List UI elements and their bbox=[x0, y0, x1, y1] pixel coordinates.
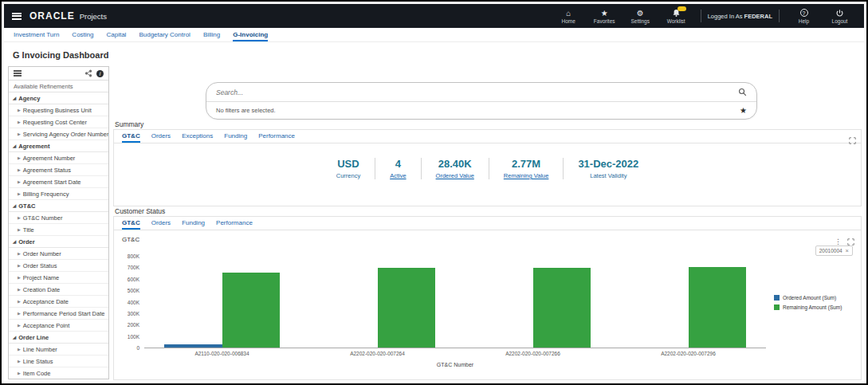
sidebar-item-acceptance-point[interactable]: ▶Acceptance Point bbox=[9, 320, 108, 332]
x-category-label: A2202-020-020-007264 bbox=[300, 351, 455, 356]
summary-tab-exceptions[interactable]: Exceptions bbox=[182, 132, 213, 143]
search-input[interactable] bbox=[216, 88, 738, 96]
group-expanded-icon: ◢ bbox=[13, 239, 16, 244]
kebab-menu-icon[interactable]: ⋮ bbox=[835, 238, 842, 246]
logout-button[interactable]: Logout bbox=[822, 8, 858, 24]
customer-tab-orders[interactable]: Orders bbox=[151, 219, 171, 230]
metric-label: Latest Validity bbox=[578, 172, 638, 179]
nav-tab-g-invoicing[interactable]: G-Invoicing bbox=[233, 31, 268, 41]
metric-label-link[interactable]: Active bbox=[390, 172, 406, 179]
bar-remaining-amount[interactable] bbox=[378, 268, 435, 348]
summary-tab-gtc[interactable]: GT&C bbox=[122, 132, 140, 143]
share-icon[interactable] bbox=[84, 66, 92, 81]
sidebar-item-acceptance-date[interactable]: ▶Acceptance Date bbox=[9, 296, 108, 308]
sidebar-item-line-number[interactable]: ▶Line Number bbox=[9, 344, 108, 356]
metric-label-link[interactable]: Remaining Value bbox=[504, 172, 549, 179]
help-button[interactable]: ? Help bbox=[786, 8, 822, 24]
header-divider bbox=[779, 10, 780, 22]
chevron-right-icon: ▶ bbox=[18, 108, 21, 112]
settings-button[interactable]: ⚙ Settings bbox=[623, 8, 658, 24]
filter-chip-label: 20010004 bbox=[819, 248, 842, 253]
summary-tab-funding[interactable]: Funding bbox=[224, 132, 247, 143]
sidebar-item-agreement-start-date[interactable]: ▶Agreement Start Date bbox=[9, 176, 108, 188]
sidebar-item-billing-frequency[interactable]: ▶Billing Frequency bbox=[9, 188, 108, 200]
sidebar-item-project-name[interactable]: ▶Project Name bbox=[9, 272, 108, 284]
y-tick-label: 200K bbox=[120, 322, 139, 328]
customer-status-panel: GT&C Orders Funding Performance GT&C ⋮ 2… bbox=[113, 216, 862, 380]
bar-remaining-amount[interactable] bbox=[533, 268, 591, 348]
summary-tab-performance[interactable]: Performance bbox=[258, 132, 295, 143]
header-actions: ⌂ Home ★ Favorites ⚙ Settings Worklist L… bbox=[551, 8, 864, 24]
metric-label: Currency bbox=[336, 172, 360, 179]
sidebar-item-order-number[interactable]: ▶Order Number bbox=[9, 248, 108, 260]
nav-tab-capital[interactable]: Capital bbox=[106, 31, 126, 41]
summary-tab-orders[interactable]: Orders bbox=[151, 132, 171, 143]
sidebar-item-performance-period-start-date[interactable]: ▶Performance Period Start Date bbox=[9, 308, 108, 320]
logged-in-label: Logged In As FEDERAL bbox=[708, 13, 772, 20]
close-icon[interactable]: × bbox=[846, 247, 849, 254]
x-axis-title: GT&C Number bbox=[144, 362, 766, 367]
nav-tab-billing[interactable]: Billing bbox=[203, 31, 220, 41]
nav-tab-investment-turn[interactable]: Investment Turn bbox=[14, 31, 59, 41]
chevron-right-icon: ▶ bbox=[18, 299, 21, 304]
sidebar-item-gtc-number[interactable]: ▶GT&C Number bbox=[9, 212, 108, 224]
search-widget: No filters are selected. ★ bbox=[206, 82, 757, 120]
filter-chip[interactable]: 20010004 × bbox=[815, 246, 853, 256]
worklist-button[interactable]: Worklist bbox=[658, 8, 694, 24]
sidebar-item-requesting-cost-center[interactable]: ▶Requesting Cost Center bbox=[9, 116, 108, 128]
y-tick-label: 100K bbox=[120, 334, 139, 340]
bar-remaining-amount[interactable] bbox=[222, 273, 280, 348]
sidebar-item-item-code[interactable]: ▶Item Code bbox=[9, 367, 108, 379]
info-icon[interactable]: i bbox=[96, 70, 104, 77]
customer-tab-funding[interactable]: Funding bbox=[182, 219, 205, 230]
metric-value: 2.77M bbox=[504, 158, 549, 170]
home-button[interactable]: ⌂ Home bbox=[551, 8, 587, 24]
sidebar-group-order-line[interactable]: ◢ Order Line bbox=[9, 332, 108, 344]
chevron-right-icon: ▶ bbox=[18, 215, 21, 220]
x-category-label: A2202-020-020-007296 bbox=[611, 351, 766, 356]
sidebar-group-gtc[interactable]: ◢ GT&C bbox=[9, 200, 108, 212]
sidebar-item-servicing-agency-order-number[interactable]: ▶Servicing Agency Order Number bbox=[9, 128, 108, 140]
sidebar-item-order-status[interactable]: ▶Order Status bbox=[9, 260, 108, 272]
search-icon[interactable] bbox=[738, 85, 747, 100]
hamburger-menu-icon[interactable] bbox=[12, 13, 22, 20]
legend-item-remaining[interactable]: Remaining Amount (Sum) bbox=[774, 304, 842, 310]
sidebar-item-agreement-number[interactable]: ▶Agreement Number bbox=[9, 152, 108, 164]
chevron-right-icon: ▶ bbox=[18, 323, 21, 328]
worklist-label: Worklist bbox=[667, 18, 685, 24]
sidebar-item-requesting-business-unit[interactable]: ▶Requesting Business Unit bbox=[9, 104, 108, 116]
customer-tab-gtc[interactable]: GT&C bbox=[122, 219, 140, 230]
bar-remaining-amount[interactable] bbox=[689, 267, 746, 348]
bar-group bbox=[144, 257, 300, 348]
chevron-right-icon: ▶ bbox=[18, 132, 21, 136]
sidebar-item-agreement-status[interactable]: ▶Agreement Status bbox=[9, 164, 108, 176]
nav-tab-costing[interactable]: Costing bbox=[72, 31, 93, 41]
y-tick-label: 800K bbox=[120, 253, 139, 259]
sidebar-group-agreement[interactable]: ◢ Agreement bbox=[9, 140, 108, 152]
search-bar bbox=[206, 83, 756, 102]
group-expanded-icon: ◢ bbox=[13, 143, 16, 148]
chevron-right-icon: ▶ bbox=[18, 287, 21, 292]
chevron-right-icon: ▶ bbox=[18, 359, 21, 363]
summary-section-label: Summary bbox=[115, 120, 143, 128]
sidebar-collapse-icon[interactable] bbox=[14, 70, 22, 77]
summary-panel: GT&C Orders Exceptions Funding Performan… bbox=[113, 129, 862, 206]
x-axis-labels: A2110-020-020-006834 A2202-020-020-00726… bbox=[144, 351, 766, 356]
sidebar-item-title[interactable]: ▶Title bbox=[9, 224, 108, 236]
chevron-right-icon: ▶ bbox=[18, 167, 21, 172]
favorite-star-icon[interactable]: ★ bbox=[740, 107, 747, 115]
sidebar-item-line-status[interactable]: ▶Line Status bbox=[9, 356, 108, 367]
metric-label-link[interactable]: Ordered Value bbox=[436, 172, 474, 179]
filters-status-text: No filters are selected. bbox=[216, 107, 276, 114]
maximize-icon[interactable] bbox=[849, 133, 856, 147]
sidebar-item-creation-date[interactable]: ▶Creation Date bbox=[9, 284, 108, 296]
bar-ordered-amount[interactable] bbox=[164, 344, 222, 348]
legend-item-ordered[interactable]: Ordered Amount (Sum) bbox=[774, 295, 842, 301]
favorites-button[interactable]: ★ Favorites bbox=[587, 8, 623, 24]
nav-tab-budgetary-control[interactable]: Budgetary Control bbox=[139, 31, 190, 41]
customer-tab-performance[interactable]: Performance bbox=[216, 219, 253, 230]
oracle-logo: ORACLE bbox=[29, 10, 75, 22]
sidebar-group-agency[interactable]: ◢ Agency bbox=[9, 92, 108, 104]
legend-swatch-green bbox=[774, 304, 780, 310]
sidebar-group-order[interactable]: ◢ Order bbox=[9, 236, 108, 248]
